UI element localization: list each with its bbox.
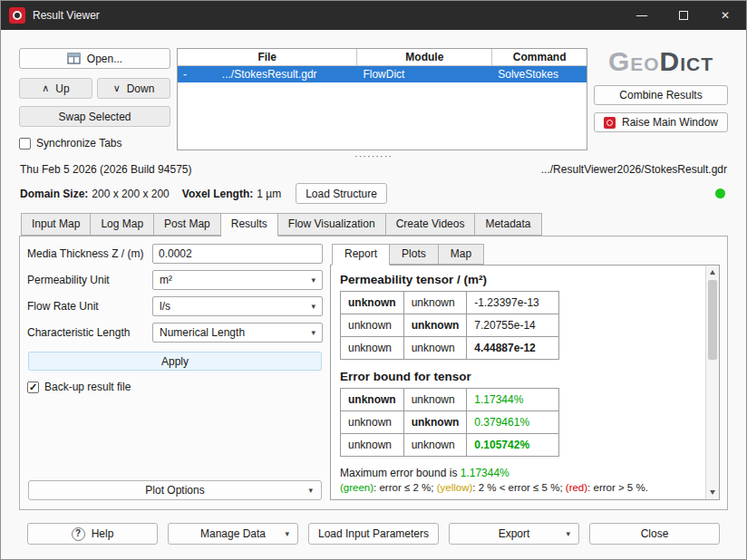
column-header-module[interactable]: Module	[357, 49, 492, 65]
load-structure-button[interactable]: Load Structure	[296, 183, 387, 204]
legend-green-label: (green)	[340, 482, 374, 493]
characteristic-length-row: Characteristic Length Numerical Length ▾	[27, 323, 323, 343]
legend-yellow-label: (yellow)	[437, 482, 473, 493]
help-button[interactable]: ? Help	[27, 523, 158, 545]
tab-flow-visualization[interactable]: Flow Visualization	[278, 213, 386, 236]
logo-geo-text: Geo	[608, 46, 660, 76]
report-panel: Permeability tensor / (m²) unknown unkno…	[330, 265, 720, 500]
raise-main-window-button[interactable]: Raise Main Window	[594, 112, 728, 132]
tensor-cell: unknown	[341, 389, 404, 411]
media-thickness-label: Media Thickness Z / (m)	[27, 247, 152, 260]
splitter-handle[interactable]: ·········	[19, 150, 728, 161]
tab-metadata[interactable]: Metadata	[475, 213, 541, 236]
synchronize-tabs-checkbox[interactable]	[19, 138, 31, 150]
tensor-cell: unknown	[403, 292, 467, 314]
synchronize-tabs-label: Synchronize Tabs	[36, 137, 122, 150]
scrollbar-down-arrow[interactable]	[706, 486, 719, 499]
permeability-unit-row: Permeability Unit m² ▾	[27, 270, 323, 290]
minimize-button[interactable]: —	[621, 1, 663, 30]
flow-rate-unit-value: l/s	[160, 300, 170, 313]
export-button[interactable]: Export ▾	[449, 523, 579, 545]
report-section: Report Plots Map Permeability tensor / (…	[330, 244, 720, 500]
max-error-value: 1.17344%	[461, 467, 509, 479]
tab-plots[interactable]: Plots	[390, 244, 439, 265]
move-down-button[interactable]: ∨ Down	[97, 78, 170, 99]
backup-result-checkbox[interactable]: ✓	[27, 381, 39, 393]
result-path-text: .../ResultViewer2026/StokesResult.gdr	[541, 163, 727, 176]
scrollbar-up-arrow[interactable]	[706, 266, 719, 279]
manage-data-label: Manage Data	[200, 527, 266, 540]
domain-size-value: 200 x 200 x 200	[92, 188, 169, 200]
media-thickness-row: Media Thickness Z / (m)	[27, 244, 323, 264]
results-form: Media Thickness Z / (m) Permeability Uni…	[27, 244, 323, 500]
tensor-cell: 0.379461%	[467, 411, 559, 434]
tab-log-map[interactable]: Log Map	[91, 213, 154, 236]
tab-map[interactable]: Map	[439, 244, 484, 265]
backup-result-row: ✓ Back-up result file	[27, 381, 323, 393]
report-scrollbar[interactable]	[705, 266, 719, 499]
raise-window-icon	[604, 117, 616, 129]
apply-button[interactable]: Apply	[28, 352, 322, 371]
form-spacer	[27, 393, 323, 480]
plot-options-button[interactable]: Plot Options ▾	[28, 480, 322, 500]
dropdown-arrow-icon: ▾	[566, 529, 570, 538]
permeability-tensor-title: Permeability tensor / (m²)	[340, 273, 695, 286]
tab-input-map[interactable]: Input Map	[21, 213, 91, 236]
window-controls: — ✕	[621, 1, 746, 30]
combine-results-button[interactable]: Combine Results	[594, 85, 728, 105]
table-row-selected[interactable]: - .../StokesResult.gdr FlowDict SolveSto…	[178, 66, 587, 82]
scrollbar-thumb[interactable]	[708, 280, 717, 360]
flow-rate-unit-row: Flow Rate Unit l/s ▾	[27, 296, 323, 316]
flow-rate-unit-select[interactable]: l/s ▾	[152, 296, 323, 316]
chevron-down-icon: ∨	[113, 82, 121, 94]
tensor-cell: unknown	[403, 389, 467, 411]
dropdown-arrow-icon: ▾	[285, 529, 289, 538]
tab-post-map[interactable]: Post Map	[154, 213, 221, 236]
column-header-file[interactable]: File	[178, 49, 357, 65]
move-up-button[interactable]: ∧ Up	[19, 78, 92, 99]
build-info-row: Thu Feb 5 2026 (2026 Build 94575) .../Re…	[20, 163, 727, 176]
legend-yellow-rule: : 2 % < error ≤ 5 %;	[472, 482, 566, 493]
help-label: Help	[92, 527, 114, 540]
dropdown-arrow-icon: ▾	[308, 486, 313, 495]
tensor-cell: unknown	[403, 411, 467, 434]
permeability-unit-select[interactable]: m² ▾	[152, 270, 323, 290]
combine-results-label: Combine Results	[619, 89, 702, 101]
swap-selected-button[interactable]: Swap Selected	[19, 106, 170, 127]
maximize-button[interactable]	[663, 1, 704, 30]
tensor-cell: unknown	[341, 411, 404, 434]
tab-results[interactable]: Results	[221, 213, 278, 237]
error-bound-table: unknown unknown 1.17344% unknown unknown…	[340, 388, 559, 457]
close-button[interactable]: ✕	[704, 1, 746, 30]
close-dialog-button[interactable]: Close	[589, 523, 720, 545]
window-title: Result Viewer	[33, 9, 100, 22]
permeability-unit-label: Permeability Unit	[27, 274, 152, 286]
results-tab-content: Media Thickness Z / (m) Permeability Uni…	[19, 236, 728, 510]
media-thickness-input[interactable]	[152, 244, 323, 264]
table-row: unknown unknown 0.379461%	[341, 411, 559, 434]
load-input-parameters-button[interactable]: Load Input Parameters	[308, 523, 439, 545]
characteristic-length-select[interactable]: Numerical Length ▾	[152, 323, 323, 343]
table-row: unknown unknown 7.20755e-14	[341, 314, 559, 337]
tab-create-videos[interactable]: Create Videos	[386, 213, 476, 236]
logo-dict-text: Dict	[660, 46, 714, 76]
column-header-command[interactable]: Command	[492, 49, 587, 65]
table-row: unknown unknown -1.23397e-13	[341, 292, 559, 314]
legend-red-label: (red)	[566, 482, 587, 493]
domain-info-row: Domain Size: 200 x 200 x 200 Voxel Lengt…	[20, 183, 727, 204]
check-icon: ✓	[29, 382, 37, 392]
titlebar: Result Viewer — ✕	[1, 1, 746, 30]
tensor-cell: unknown	[403, 337, 467, 360]
load-structure-label: Load Structure	[306, 188, 377, 200]
error-bound-title: Error bound for tensor	[340, 370, 695, 383]
result-file-table[interactable]: File Module Command - .../StokesResult.g…	[177, 48, 587, 150]
open-button[interactable]: Open...	[19, 48, 170, 69]
build-info-text: Thu Feb 5 2026 (2026 Build 94575)	[20, 163, 191, 176]
close-dialog-label: Close	[641, 527, 669, 540]
max-error-prefix: Maximum error bound is	[340, 467, 461, 479]
row-file-name: .../StokesResult.gdr	[187, 68, 352, 81]
tab-report[interactable]: Report	[332, 244, 390, 266]
tensor-cell: unknown	[341, 292, 404, 314]
characteristic-length-label: Characteristic Length	[27, 326, 152, 339]
manage-data-button[interactable]: Manage Data ▾	[168, 523, 298, 545]
